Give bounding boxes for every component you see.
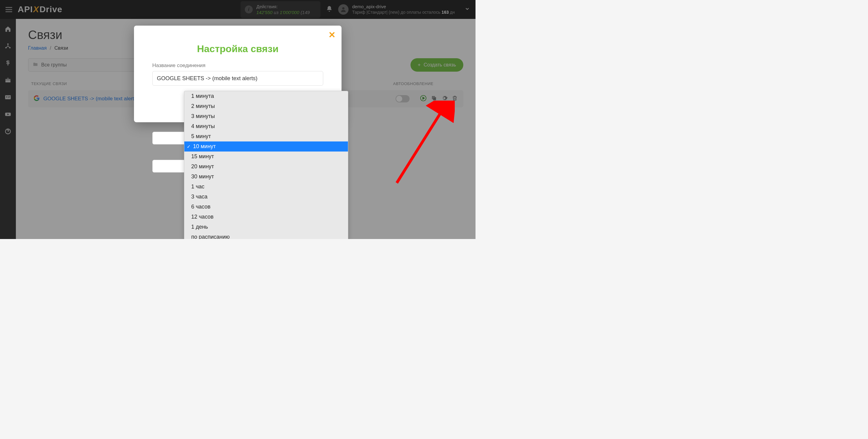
dropdown-item-label: 5 минут — [191, 133, 211, 140]
dropdown-item-label: 12 часов — [191, 214, 213, 220]
dropdown-item-label: 1 минута — [191, 93, 214, 99]
field-label: Название соединения — [152, 63, 323, 69]
dropdown-item[interactable]: 3 часа — [184, 192, 348, 202]
dropdown-item[interactable]: 3 минуты — [184, 111, 348, 121]
dropdown-item-label: 4 минуты — [191, 123, 215, 130]
dropdown-item[interactable]: 15 минут — [184, 151, 348, 162]
dropdown-item[interactable]: 1 минута — [184, 91, 348, 101]
dropdown-item-label: 1 час — [191, 183, 204, 190]
interval-dropdown: 1 минута2 минуты3 минуты4 минуты5 минут✓… — [184, 91, 348, 239]
dropdown-item-label: 30 минут — [191, 173, 214, 180]
dropdown-item[interactable]: ✓10 минут — [184, 141, 348, 151]
connection-name-input[interactable] — [152, 71, 323, 86]
dropdown-item[interactable]: 5 минут — [184, 131, 348, 141]
dropdown-item-label: 3 часа — [191, 194, 207, 200]
dropdown-item-label: 10 минут — [193, 143, 216, 150]
dropdown-item[interactable]: 12 часов — [184, 212, 348, 222]
dropdown-item-label: 15 минут — [191, 153, 214, 160]
modal-title: Настройка связи — [152, 43, 323, 55]
dropdown-item-label: 1 день — [191, 224, 208, 230]
dropdown-item-label: 6 часов — [191, 204, 210, 210]
dropdown-item[interactable]: 4 минуты — [184, 121, 348, 131]
dropdown-item[interactable]: 20 минут — [184, 162, 348, 172]
dropdown-item-label: 3 минуты — [191, 113, 215, 120]
dropdown-item[interactable]: 1 день — [184, 222, 348, 232]
check-icon: ✓ — [187, 144, 192, 149]
dropdown-item-label: 20 минут — [191, 163, 214, 170]
close-icon[interactable]: ✕ — [329, 30, 335, 40]
dropdown-item-label: по расписанию — [191, 234, 229, 239]
dropdown-item[interactable]: 6 часов — [184, 202, 348, 212]
dropdown-item[interactable]: 2 минуты — [184, 101, 348, 111]
dropdown-item[interactable]: 1 час — [184, 182, 348, 192]
dropdown-item[interactable]: по расписанию — [184, 232, 348, 239]
dropdown-item-label: 2 минуты — [191, 103, 215, 109]
dropdown-item[interactable]: 30 минут — [184, 172, 348, 182]
